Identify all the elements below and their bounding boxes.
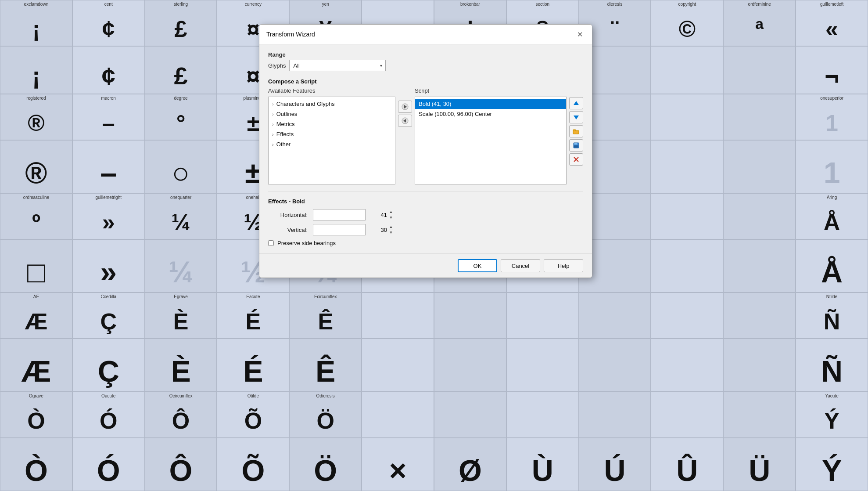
glyph-cell[interactable]: Ccedilla Ç (72, 292, 145, 339)
glyph-cell[interactable]: Õ (217, 438, 289, 491)
glyph-cell[interactable]: □ (0, 239, 72, 292)
glyph-cell[interactable]: Ú (579, 438, 651, 491)
glyph-cell[interactable] (651, 392, 723, 438)
ok-button[interactable]: OK (458, 259, 497, 272)
glyph-cell[interactable] (651, 46, 723, 94)
glyph-cell[interactable]: Oacute Ó (72, 392, 145, 438)
glyph-cell[interactable] (651, 193, 723, 239)
delete-script-button[interactable] (569, 153, 583, 166)
glyph-cell[interactable] (723, 193, 796, 239)
glyph-cell[interactable]: degree ° (145, 94, 217, 140)
glyph-cell[interactable]: Ñ (796, 339, 868, 392)
glyph-cell[interactable] (723, 94, 796, 140)
preserve-label[interactable]: Preserve side bearings (277, 240, 336, 246)
feature-characters[interactable]: › Characters and Glyphs (269, 99, 395, 109)
glyph-cell[interactable] (723, 339, 796, 392)
glyph-cell[interactable]: ® (0, 140, 72, 193)
glyph-cell[interactable]: cent ¢ (72, 0, 145, 46)
glyph-cell[interactable]: onequarter ¼ (145, 193, 217, 239)
glyph-cell[interactable]: ○ (145, 140, 217, 193)
glyph-cell[interactable]: macron – (72, 94, 145, 140)
glyph-cell[interactable]: AE Æ (0, 292, 72, 339)
glyph-cell[interactable]: onesuperior 1 (796, 94, 868, 140)
glyph-cell[interactable] (651, 140, 723, 193)
preserve-checkbox[interactable] (268, 240, 274, 246)
glyph-cell[interactable] (434, 339, 506, 392)
glyph-cell[interactable]: Ê (289, 339, 362, 392)
glyph-cell[interactable]: Ö (289, 438, 362, 491)
glyph-cell[interactable]: Ç (72, 339, 145, 392)
close-button[interactable]: ✕ (574, 29, 585, 40)
help-button[interactable]: Help (544, 259, 583, 272)
glyph-cell[interactable]: copyright © (651, 0, 723, 46)
glyph-cell[interactable] (579, 392, 651, 438)
glyph-cell[interactable]: » (72, 239, 145, 292)
glyph-cell[interactable] (434, 292, 506, 339)
glyphs-dropdown-wrapper[interactable]: All Selected Visible ▾ (289, 60, 386, 71)
glyph-cell[interactable]: Ø (434, 438, 506, 491)
glyph-cell[interactable] (506, 392, 579, 438)
cancel-button[interactable]: Cancel (501, 259, 540, 272)
glyph-cell[interactable]: È (145, 339, 217, 392)
glyph-cell[interactable]: Ò (0, 438, 72, 491)
glyph-cell[interactable]: Û (651, 438, 723, 491)
glyph-cell[interactable]: Å (796, 239, 868, 292)
glyph-cell[interactable]: Ô (145, 438, 217, 491)
glyph-cell[interactable]: Ý (796, 438, 868, 491)
glyph-cell[interactable] (723, 239, 796, 292)
glyph-cell[interactable]: guillemetright » (72, 193, 145, 239)
glyph-cell[interactable] (723, 46, 796, 94)
vertical-input[interactable] (313, 227, 389, 233)
move-down-button[interactable] (569, 111, 583, 123)
glyph-cell[interactable]: ordmasculine º (0, 193, 72, 239)
glyph-cell[interactable]: sterling £ (145, 0, 217, 46)
glyph-cell[interactable]: Ocircumflex Ô (145, 392, 217, 438)
glyph-cell[interactable]: × (362, 438, 434, 491)
glyph-cell[interactable] (362, 392, 434, 438)
glyph-cell[interactable]: ¢ (72, 46, 145, 94)
glyph-cell[interactable]: ¼ (145, 239, 217, 292)
glyph-cell[interactable]: exclamdown ¡ (0, 0, 72, 46)
vertical-spin-up[interactable]: ▲ (389, 224, 393, 230)
glyph-cell[interactable]: – (72, 140, 145, 193)
glyph-cell[interactable]: 1 (796, 140, 868, 193)
glyph-cell[interactable] (651, 239, 723, 292)
glyph-cell[interactable]: Aring Å (796, 193, 868, 239)
glyph-cell[interactable]: Yacute Ý (796, 392, 868, 438)
script-item-bold[interactable]: Bold (41, 30) (415, 99, 566, 109)
glyph-cell[interactable]: Ó (72, 438, 145, 491)
glyph-cell[interactable]: Ecircumflex Ê (289, 292, 362, 339)
glyph-cell[interactable] (651, 339, 723, 392)
horizontal-input[interactable] (313, 212, 389, 218)
glyph-cell[interactable] (723, 392, 796, 438)
add-to-script-button[interactable] (398, 101, 412, 113)
glyph-cell[interactable]: £ (145, 46, 217, 94)
horizontal-spin-up[interactable]: ▲ (389, 209, 393, 215)
glyph-cell[interactable] (651, 292, 723, 339)
glyph-cell[interactable] (651, 94, 723, 140)
horizontal-spinbox[interactable]: ▲ ▼ (313, 209, 366, 220)
feature-metrics[interactable]: › Metrics (269, 119, 395, 129)
glyph-cell[interactable] (723, 140, 796, 193)
script-item-scale[interactable]: Scale (100.00, 96.00) Center (415, 109, 566, 119)
glyph-cell[interactable]: Odieresis Ö (289, 392, 362, 438)
feature-outlines[interactable]: › Outlines (269, 109, 395, 119)
glyph-cell[interactable]: Eacute É (217, 292, 289, 339)
glyphs-dropdown[interactable]: All Selected Visible (289, 60, 386, 71)
glyph-cell[interactable]: ordfeminine ª (723, 0, 796, 46)
glyph-cell[interactable]: Ü (723, 438, 796, 491)
horizontal-spin-down[interactable]: ▼ (389, 215, 393, 220)
glyph-cell[interactable] (723, 292, 796, 339)
glyph-cell[interactable] (579, 339, 651, 392)
glyph-cell[interactable]: registered ® (0, 94, 72, 140)
open-script-button[interactable] (569, 125, 583, 137)
glyph-cell[interactable]: Ograve Ò (0, 392, 72, 438)
feature-other[interactable]: › Other (269, 139, 395, 149)
glyph-cell[interactable]: Ù (506, 438, 579, 491)
glyph-cell[interactable]: ¬ (796, 46, 868, 94)
glyph-cell[interactable]: guillemotleft « (796, 0, 868, 46)
save-script-button[interactable] (569, 139, 583, 152)
vertical-spinbox[interactable]: ▲ ▼ (313, 224, 366, 235)
glyph-cell[interactable]: Ntilde Ñ (796, 292, 868, 339)
move-up-button[interactable] (569, 97, 583, 109)
